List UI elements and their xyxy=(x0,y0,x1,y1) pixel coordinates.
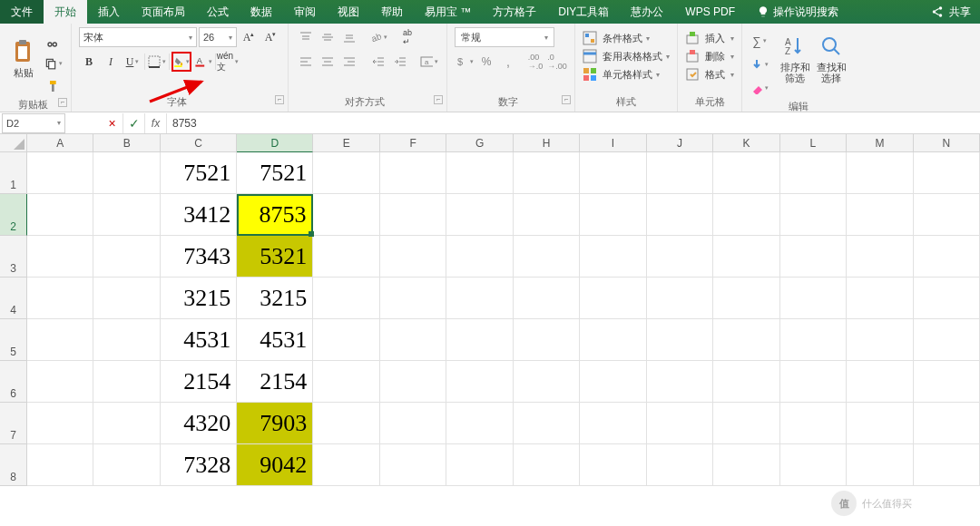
cell-G8[interactable] xyxy=(446,444,513,486)
cell-L3[interactable] xyxy=(780,236,847,278)
cell-J8[interactable] xyxy=(647,444,713,486)
cell-C8[interactable]: 7328 xyxy=(161,444,237,486)
cell-J4[interactable] xyxy=(647,278,713,319)
font-color-button[interactable]: A xyxy=(193,52,213,72)
cell-L7[interactable] xyxy=(780,403,847,444)
conditional-format-button[interactable]: 条件格式▾ xyxy=(583,31,650,45)
cell-H2[interactable] xyxy=(514,194,580,236)
cell-K8[interactable] xyxy=(713,444,779,486)
cell-B4[interactable] xyxy=(93,278,160,319)
cell-M1[interactable] xyxy=(847,152,913,194)
font-name-combo[interactable]: 宋体 xyxy=(79,27,197,47)
row-headers[interactable]: 12345678 xyxy=(0,152,27,486)
increase-decimal-button[interactable]: .00→.0 xyxy=(525,52,545,72)
row-header-8[interactable]: 8 xyxy=(0,444,27,486)
sort-filter-button[interactable]: AZ 排序和筛选 xyxy=(779,27,811,91)
cell-H3[interactable] xyxy=(514,236,580,278)
cut-button[interactable] xyxy=(44,31,64,51)
cell-A2[interactable] xyxy=(27,194,93,236)
font-size-combo[interactable]: 26 xyxy=(199,27,237,47)
cell-K4[interactable] xyxy=(713,278,779,319)
phonetic-button[interactable]: wén文 xyxy=(218,52,238,72)
decrease-indent-button[interactable] xyxy=(368,52,388,72)
cell-F2[interactable] xyxy=(380,194,446,236)
cell-M7[interactable] xyxy=(847,403,913,444)
cell-K5[interactable] xyxy=(713,319,779,361)
merge-center-button[interactable]: a xyxy=(419,52,439,72)
cell-L2[interactable] xyxy=(780,194,847,236)
cell-A7[interactable] xyxy=(27,403,93,444)
cell-H6[interactable] xyxy=(514,361,580,403)
column-header-C[interactable]: C xyxy=(161,134,237,152)
cell-C7[interactable]: 4320 xyxy=(161,403,237,444)
cell-B5[interactable] xyxy=(93,319,160,361)
accounting-format-button[interactable]: $ xyxy=(455,52,475,72)
align-right-button[interactable] xyxy=(339,52,359,72)
cell-H4[interactable] xyxy=(514,278,580,319)
cell-E8[interactable] xyxy=(313,444,379,486)
cell-C5[interactable]: 4531 xyxy=(161,319,237,361)
fill-button[interactable] xyxy=(750,54,769,74)
cell-D8[interactable]: 9042 xyxy=(237,444,313,486)
row-header-4[interactable]: 4 xyxy=(0,278,27,319)
cell-L6[interactable] xyxy=(780,361,847,403)
enter-formula-button[interactable]: ✓ xyxy=(123,113,145,133)
cell-D2[interactable]: 8753 xyxy=(237,194,313,236)
cell-M6[interactable] xyxy=(847,361,913,403)
cell-F6[interactable] xyxy=(380,361,446,403)
formula-input[interactable]: 8753 xyxy=(167,117,980,130)
tab-yyb[interactable]: 易用宝 ™ xyxy=(414,0,482,24)
cell-D6[interactable]: 2154 xyxy=(237,361,313,403)
share-button[interactable]: 共享 xyxy=(949,5,971,20)
cell-N7[interactable] xyxy=(914,403,980,444)
cell-C4[interactable]: 3215 xyxy=(161,278,237,319)
cancel-formula-button[interactable]: × xyxy=(102,113,123,133)
cell-H5[interactable] xyxy=(514,319,580,361)
cell-F3[interactable] xyxy=(380,236,446,278)
cell-E2[interactable] xyxy=(313,194,379,236)
tab-home[interactable]: 开始 xyxy=(44,0,87,24)
row-header-1[interactable]: 1 xyxy=(0,152,27,194)
bold-button[interactable]: B xyxy=(79,52,99,72)
cell-G1[interactable] xyxy=(446,152,513,194)
cell-B2[interactable] xyxy=(93,194,160,236)
cell-C1[interactable]: 7521 xyxy=(161,152,237,194)
cell-H7[interactable] xyxy=(514,403,580,444)
cell-L8[interactable] xyxy=(780,444,847,486)
tab-data[interactable]: 数据 xyxy=(240,0,283,24)
tab-fgz[interactable]: 方方格子 xyxy=(482,0,547,24)
cell-B7[interactable] xyxy=(93,403,160,444)
column-header-I[interactable]: I xyxy=(580,134,646,152)
format-painter-button[interactable] xyxy=(44,76,64,96)
tab-formula[interactable]: 公式 xyxy=(196,0,240,24)
fill-color-button[interactable] xyxy=(172,52,191,72)
cell-B3[interactable] xyxy=(93,236,160,278)
cell-M8[interactable] xyxy=(847,444,913,486)
cell-F5[interactable] xyxy=(380,319,446,361)
cell-I8[interactable] xyxy=(580,444,646,486)
cell-D4[interactable]: 3215 xyxy=(237,278,313,319)
cell-H1[interactable] xyxy=(514,152,580,194)
cell-D3[interactable]: 5321 xyxy=(237,236,313,278)
cell-M5[interactable] xyxy=(847,319,913,361)
clipboard-dialog-launcher[interactable]: ⌐ xyxy=(58,98,67,107)
column-header-A[interactable]: A xyxy=(27,134,93,152)
tab-diy[interactable]: DIY工具箱 xyxy=(547,0,620,24)
cell-G6[interactable] xyxy=(446,361,513,403)
cell-A1[interactable] xyxy=(27,152,93,194)
cell-D1[interactable]: 7521 xyxy=(237,152,313,194)
cell-N2[interactable] xyxy=(914,194,980,236)
column-header-B[interactable]: B xyxy=(93,134,160,152)
tab-review[interactable]: 审阅 xyxy=(283,0,327,24)
cell-M2[interactable] xyxy=(847,194,913,236)
select-all-corner[interactable] xyxy=(0,134,27,152)
cell-J7[interactable] xyxy=(647,403,713,444)
italic-button[interactable]: I xyxy=(101,52,121,72)
column-headers[interactable]: ABCDEFGHIJKLMN xyxy=(27,134,980,152)
row-header-3[interactable]: 3 xyxy=(0,236,27,278)
cell-J2[interactable] xyxy=(647,194,713,236)
cell-L4[interactable] xyxy=(780,278,847,319)
paste-button[interactable]: 粘贴 xyxy=(7,27,40,91)
decrease-font-button[interactable]: A▾ xyxy=(260,27,280,47)
comma-button[interactable]: , xyxy=(498,52,518,72)
